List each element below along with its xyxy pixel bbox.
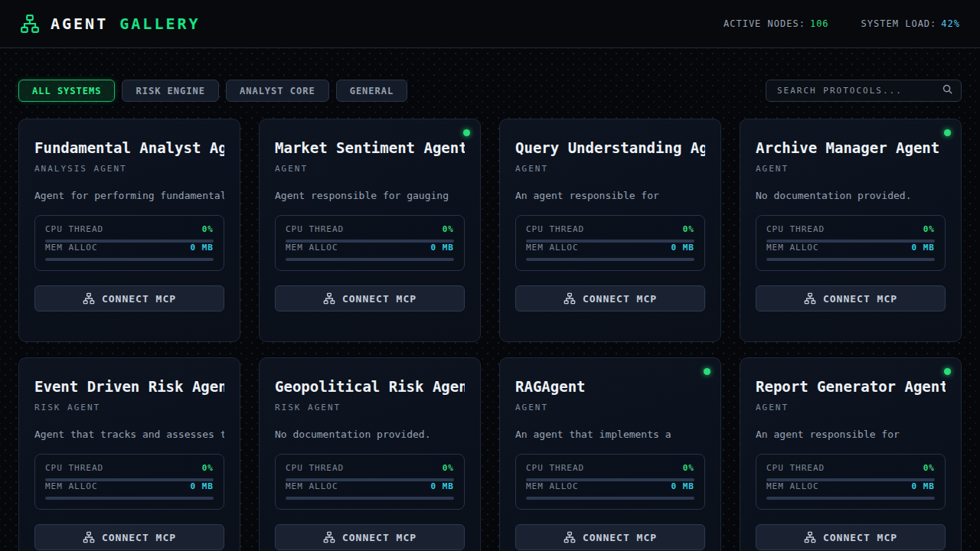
connect-mcp-button[interactable]: CONNECT MCP	[756, 524, 946, 550]
agent-stats-panel: CPU THREAD 0% MEM ALLOC 0 MB	[275, 454, 465, 510]
status-dot	[704, 368, 710, 375]
agent-stats-panel: CPU THREAD 0% MEM ALLOC 0 MB	[275, 215, 465, 271]
filter-button-general[interactable]: GENERAL	[336, 80, 408, 102]
network-hub-icon	[20, 14, 40, 34]
network-hub-icon	[804, 292, 816, 305]
cpu-label: CPU THREAD	[286, 463, 344, 473]
agent-card-title: Query Understanding Agent	[515, 139, 705, 156]
agent-card-title: Event Driven Risk Agent	[34, 378, 224, 395]
agent-card-description: An agent responsible for	[756, 429, 946, 440]
filter-button-risk-engine[interactable]: RISK ENGINE	[122, 80, 218, 102]
agent-card-title: Archive Manager Agent	[756, 139, 946, 156]
mem-label: MEM ALLOC	[45, 243, 98, 253]
mem-stat-row: MEM ALLOC 0 MB	[526, 243, 694, 253]
mem-value: 0 MB	[671, 243, 695, 253]
mem-label: MEM ALLOC	[766, 243, 819, 253]
connect-mcp-button[interactable]: CONNECT MCP	[515, 524, 705, 550]
agent-card-title: RAGAgent	[515, 378, 705, 395]
mem-progress-bar	[766, 258, 935, 261]
cpu-label: CPU THREAD	[526, 224, 584, 234]
mem-progress-bar	[45, 497, 214, 500]
agent-card-description: No documentation provided.	[756, 190, 946, 201]
mem-stat-row: MEM ALLOC 0 MB	[766, 243, 935, 253]
agent-stats-panel: CPU THREAD 0% MEM ALLOC 0 MB	[515, 454, 705, 510]
brand: AGENT GALLERY	[20, 14, 201, 34]
cpu-stat-row: CPU THREAD 0%	[766, 463, 935, 473]
cpu-label: CPU THREAD	[45, 463, 103, 473]
mem-value: 0 MB	[191, 243, 214, 253]
mem-value: 0 MB	[191, 481, 214, 491]
status-dot	[463, 129, 470, 136]
connect-mcp-button[interactable]: CONNECT MCP	[275, 285, 465, 311]
system-load-stat: SYSTEM LOAD:42%	[861, 18, 960, 29]
agent-card-type: AGENT	[515, 403, 705, 412]
agent-card: Report Generator Agent AGENT An agent re…	[740, 357, 962, 551]
network-hub-icon	[323, 292, 335, 305]
cpu-label: CPU THREAD	[766, 224, 825, 234]
agent-grid: Fundamental Analyst Agent ANALYSIS AGENT…	[18, 119, 962, 551]
filter-label: RISK ENGINE	[136, 86, 204, 96]
agent-card-type: RISK AGENT	[275, 403, 465, 412]
cpu-label: CPU THREAD	[45, 224, 103, 234]
agent-stats-panel: CPU THREAD 0% MEM ALLOC 0 MB	[34, 215, 224, 271]
mem-value: 0 MB	[431, 481, 455, 491]
connect-mcp-button[interactable]: CONNECT MCP	[515, 285, 705, 311]
agent-card-description: An agent that implements a	[515, 429, 705, 440]
filter-button-analyst-core[interactable]: ANALYST CORE	[226, 80, 329, 102]
mem-value: 0 MB	[912, 481, 936, 491]
mem-label: MEM ALLOC	[286, 243, 338, 253]
agent-card-type: AGENT	[275, 164, 465, 174]
connect-mcp-button[interactable]: CONNECT MCP	[275, 524, 465, 550]
connect-mcp-button[interactable]: CONNECT MCP	[34, 524, 224, 550]
connect-mcp-label: CONNECT MCP	[102, 532, 176, 543]
filter-label: ALL SYSTEMS	[32, 86, 101, 96]
connect-mcp-button[interactable]: CONNECT MCP	[34, 285, 224, 311]
app-header: AGENT GALLERY ACTIVE NODES:106 SYSTEM LO…	[0, 0, 980, 48]
cpu-value: 0%	[923, 224, 935, 234]
agent-stats-panel: CPU THREAD 0% MEM ALLOC 0 MB	[34, 454, 224, 510]
connect-mcp-button[interactable]: CONNECT MCP	[756, 285, 946, 311]
mem-stat-row: MEM ALLOC 0 MB	[45, 481, 214, 491]
mem-stat-row: MEM ALLOC 0 MB	[526, 481, 694, 491]
page-title: AGENT GALLERY	[51, 15, 201, 33]
network-hub-icon	[83, 531, 95, 543]
mem-progress-bar	[766, 497, 935, 500]
agent-card-description: Agent for performing fundamental	[34, 190, 224, 201]
agent-card-description: Agent responsible for gauging	[275, 190, 465, 201]
cpu-stat-row: CPU THREAD 0%	[766, 224, 935, 234]
search-box[interactable]	[766, 80, 962, 102]
agent-stats-panel: CPU THREAD 0% MEM ALLOC 0 MB	[756, 215, 946, 271]
cpu-value: 0%	[202, 463, 214, 473]
filter-label: GENERAL	[350, 86, 394, 96]
mem-value: 0 MB	[671, 481, 695, 491]
network-hub-icon	[83, 292, 95, 305]
cpu-value: 0%	[923, 463, 935, 473]
filter-label: ANALYST CORE	[240, 86, 315, 96]
active-nodes-stat: ACTIVE NODES:106	[724, 18, 829, 29]
filter-button-all-systems[interactable]: ALL SYSTEMS	[18, 80, 115, 102]
search-input[interactable]	[777, 86, 942, 96]
header-stats: ACTIVE NODES:106 SYSTEM LOAD:42%	[724, 18, 960, 29]
agent-card-title: Report Generator Agent	[756, 378, 946, 395]
cpu-value: 0%	[202, 224, 214, 234]
connect-mcp-label: CONNECT MCP	[583, 532, 657, 543]
agent-card: Event Driven Risk Agent RISK AGENT Agent…	[18, 357, 240, 551]
cpu-stat-row: CPU THREAD 0%	[526, 224, 694, 234]
mem-stat-row: MEM ALLOC 0 MB	[45, 243, 214, 253]
network-hub-icon	[564, 292, 576, 305]
agent-card-description: Agent that tracks and assesses the	[34, 429, 224, 440]
connect-mcp-label: CONNECT MCP	[342, 532, 416, 543]
main-content: ALL SYSTEMS RISK ENGINE ANALYST CORE GEN…	[0, 48, 980, 551]
cpu-stat-row: CPU THREAD 0%	[526, 463, 694, 473]
cpu-value: 0%	[683, 224, 694, 234]
cpu-label: CPU THREAD	[286, 224, 344, 234]
agent-card-type: AGENT	[515, 164, 705, 174]
mem-stat-row: MEM ALLOC 0 MB	[766, 481, 935, 491]
cpu-label: CPU THREAD	[766, 463, 825, 473]
mem-label: MEM ALLOC	[286, 481, 338, 491]
network-hub-icon	[564, 531, 576, 543]
mem-stat-row: MEM ALLOC 0 MB	[286, 481, 454, 491]
mem-progress-bar	[526, 497, 694, 500]
mem-label: MEM ALLOC	[526, 243, 579, 253]
agent-card: Archive Manager Agent AGENT No documenta…	[740, 119, 962, 342]
